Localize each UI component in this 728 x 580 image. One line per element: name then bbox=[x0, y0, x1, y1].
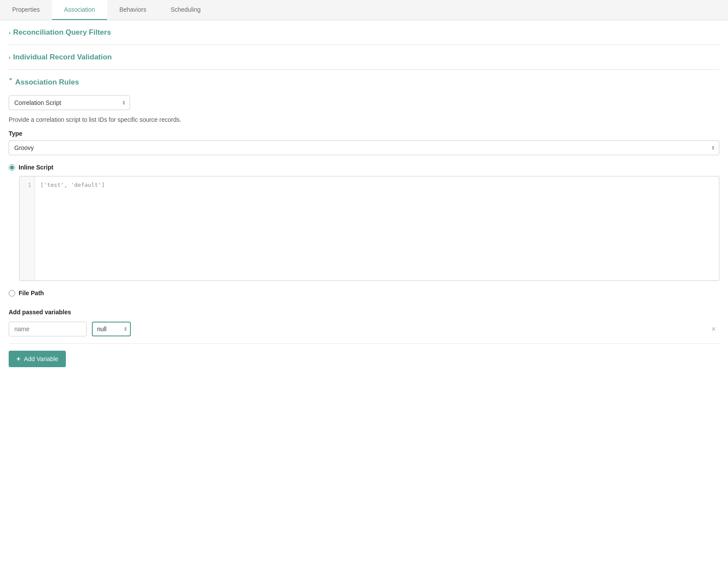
association-rules-chevron-icon: ˅ bbox=[9, 78, 13, 87]
main-content: › Reconciliation Query Filters › Individ… bbox=[0, 20, 728, 388]
correlation-dropdown-wrapper: Correlation Script bbox=[9, 95, 719, 110]
inline-script-radio[interactable] bbox=[9, 164, 15, 171]
variable-type-select[interactable]: null string integer boolean list bbox=[92, 322, 131, 336]
reconciliation-title: Reconciliation Query Filters bbox=[13, 28, 111, 37]
variables-section: Add passed variables null string integer… bbox=[9, 302, 719, 367]
individual-record-title: Individual Record Validation bbox=[13, 53, 112, 62]
add-variable-button[interactable]: + Add Variable bbox=[9, 351, 66, 367]
file-path-label[interactable]: File Path bbox=[19, 290, 44, 297]
correlation-select[interactable]: Correlation Script bbox=[9, 95, 130, 110]
file-path-radio[interactable] bbox=[9, 290, 15, 297]
variable-name-input[interactable] bbox=[9, 322, 87, 336]
type-label: Type bbox=[9, 130, 719, 137]
association-rules-title: Association Rules bbox=[15, 78, 79, 87]
individual-record-chevron-icon: › bbox=[9, 54, 10, 61]
correlation-description: Provide a correlation script to list IDs… bbox=[9, 116, 719, 123]
reconciliation-section: › Reconciliation Query Filters bbox=[9, 20, 719, 45]
code-area: 1 ['test', 'default'] bbox=[20, 176, 719, 280]
individual-record-section: › Individual Record Validation bbox=[9, 45, 719, 70]
reconciliation-chevron-icon: › bbox=[9, 29, 10, 36]
remove-variable-button[interactable]: × bbox=[708, 323, 719, 336]
tab-behaviors[interactable]: Behaviors bbox=[107, 0, 158, 20]
code-editor: 1 ['test', 'default'] bbox=[19, 176, 719, 281]
inline-script-label[interactable]: Inline Script bbox=[19, 164, 53, 171]
file-path-radio-row: File Path bbox=[9, 290, 719, 297]
variables-label: Add passed variables bbox=[9, 309, 719, 316]
add-variable-label: Add Variable bbox=[24, 355, 58, 362]
association-rules-header[interactable]: ˅ Association Rules bbox=[9, 78, 719, 87]
tab-properties[interactable]: Properties bbox=[0, 0, 52, 20]
variable-row: null string integer boolean list × bbox=[9, 322, 719, 344]
add-variable-plus-icon: + bbox=[16, 355, 20, 363]
inline-script-radio-row: Inline Script bbox=[9, 164, 719, 171]
tab-association[interactable]: Association bbox=[52, 0, 107, 20]
tab-bar: Properties Association Behaviors Schedul… bbox=[0, 0, 728, 20]
code-content[interactable]: ['test', 'default'] bbox=[35, 176, 719, 280]
reconciliation-header[interactable]: › Reconciliation Query Filters bbox=[9, 28, 719, 37]
correlation-select-wrapper: Correlation Script bbox=[9, 95, 130, 110]
line-numbers: 1 bbox=[20, 176, 35, 280]
remove-icon: × bbox=[711, 325, 716, 333]
type-row: Type Groovy JavaScript Python bbox=[9, 130, 719, 155]
type-select[interactable]: Groovy JavaScript Python bbox=[9, 140, 719, 155]
association-rules-section: ˅ Association Rules Correlation Script P… bbox=[9, 70, 719, 375]
individual-record-header[interactable]: › Individual Record Validation bbox=[9, 53, 719, 62]
type-select-wrapper: Groovy JavaScript Python bbox=[9, 140, 719, 155]
variable-type-wrapper: null string integer boolean list bbox=[92, 322, 131, 336]
tab-scheduling[interactable]: Scheduling bbox=[159, 0, 213, 20]
